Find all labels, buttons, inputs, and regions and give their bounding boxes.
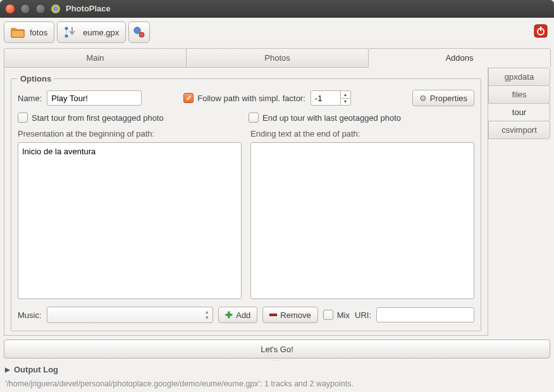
presentation-label: Presentation at the beginning of path: (18, 129, 242, 138)
options-group: Options Name: Follow path with simpl. fa… (11, 74, 481, 331)
follow-path-checkbox[interactable]: Follow path with simpl. factor: (183, 93, 305, 103)
open-photos-label: fotos (30, 28, 47, 37)
output-log-expander[interactable]: ▶ Output Log (4, 362, 550, 377)
checkbox-icon (323, 310, 333, 320)
status-bar: '/home/jriguera/devel/personal/photoplac… (4, 377, 550, 388)
ending-textarea[interactable] (250, 142, 474, 299)
svg-point-1 (53, 6, 58, 11)
open-gpx-label: eume.gpx (83, 28, 119, 37)
factor-up-button[interactable]: ▴ (340, 91, 350, 99)
side-tab-gpxdata[interactable]: gpxdata (488, 68, 550, 86)
folder-icon (11, 27, 25, 38)
factor-down-button[interactable]: ▾ (340, 99, 350, 106)
presentation-textarea[interactable]: Inicio de la aventura (18, 142, 242, 299)
side-tab-csvimport[interactable]: csvimport (488, 121, 550, 139)
open-gpx-button[interactable]: eume.gpx (57, 21, 126, 43)
quit-button[interactable] (531, 21, 550, 40)
gear-icon: ⚙ (419, 94, 427, 103)
options-legend: Options (18, 74, 54, 83)
titlebar: PhotoPlace (0, 0, 554, 18)
side-tab-files[interactable]: files (488, 85, 550, 104)
music-label: Music: (18, 310, 42, 320)
side-tab-tour[interactable]: tour (488, 103, 550, 121)
svg-point-4 (134, 27, 140, 34)
output-log-label: Output Log (14, 365, 58, 374)
tab-photos[interactable]: Photos (186, 48, 369, 67)
svg-point-5 (139, 32, 144, 37)
expand-triangle-icon: ▶ (5, 366, 10, 373)
ending-label: Ending text at the end of path: (250, 129, 474, 138)
tab-main[interactable]: Main (4, 48, 187, 67)
window-close-button[interactable] (5, 4, 15, 14)
open-photos-button[interactable]: fotos (4, 21, 54, 43)
end-tour-label: End up tour with last geotagged photo (262, 113, 401, 123)
add-label: Add (236, 310, 250, 320)
app-icon (51, 4, 61, 14)
content-area: fotos eume.gpx Main Photos Addons Option… (0, 18, 554, 392)
toolbar: fotos eume.gpx (4, 21, 550, 43)
mix-label: Mix (337, 310, 350, 320)
follow-path-label: Follow path with simpl. factor: (197, 94, 305, 103)
properties-label: Properties (430, 94, 467, 103)
output-settings-button[interactable] (128, 21, 150, 43)
window-title: PhotoPlace (66, 4, 111, 13)
svg-point-3 (65, 35, 68, 37)
addons-panel: Options Name: Follow path with simpl. fa… (4, 68, 550, 336)
end-tour-checkbox[interactable]: End up tour with last geotagged photo (249, 113, 474, 123)
minus-icon (269, 314, 277, 316)
name-input[interactable] (47, 90, 142, 106)
mix-checkbox[interactable]: Mix (323, 310, 350, 320)
window-maximize-button[interactable] (35, 4, 46, 14)
tab-addons[interactable]: Addons (368, 48, 551, 67)
lets-go-button[interactable]: Let's Go! (4, 340, 550, 358)
factor-spinner[interactable]: ▴ ▾ (311, 90, 351, 106)
combo-caret-icon: ▴▾ (206, 309, 209, 321)
addon-side-tabs: gpxdata files tour csvimport (488, 68, 550, 336)
svg-point-2 (65, 27, 68, 30)
output-icon (133, 26, 145, 39)
remove-label: Remove (280, 310, 311, 320)
addon-body: Options Name: Follow path with simpl. fa… (4, 68, 488, 336)
checkbox-checked-icon (183, 93, 194, 103)
uri-input[interactable] (376, 307, 474, 322)
start-tour-checkbox[interactable]: Start tour from first geotagged photo (18, 113, 243, 123)
power-icon (534, 24, 548, 38)
plus-icon: ✚ (225, 310, 233, 320)
add-music-button[interactable]: ✚ Add (218, 307, 257, 323)
svg-rect-8 (540, 27, 541, 31)
name-label: Name: (18, 94, 42, 103)
window-minimize-button[interactable] (20, 4, 30, 14)
properties-button[interactable]: ⚙ Properties (412, 90, 474, 106)
gpx-download-icon (64, 26, 78, 39)
music-combo[interactable]: ▴▾ (47, 307, 214, 323)
checkbox-icon (249, 113, 259, 123)
remove-music-button[interactable]: Remove (262, 307, 317, 323)
checkbox-icon (18, 113, 28, 123)
uri-label: URI: (355, 310, 371, 320)
start-tour-label: Start tour from first geotagged photo (32, 113, 164, 123)
main-tabs: Main Photos Addons (4, 48, 550, 68)
